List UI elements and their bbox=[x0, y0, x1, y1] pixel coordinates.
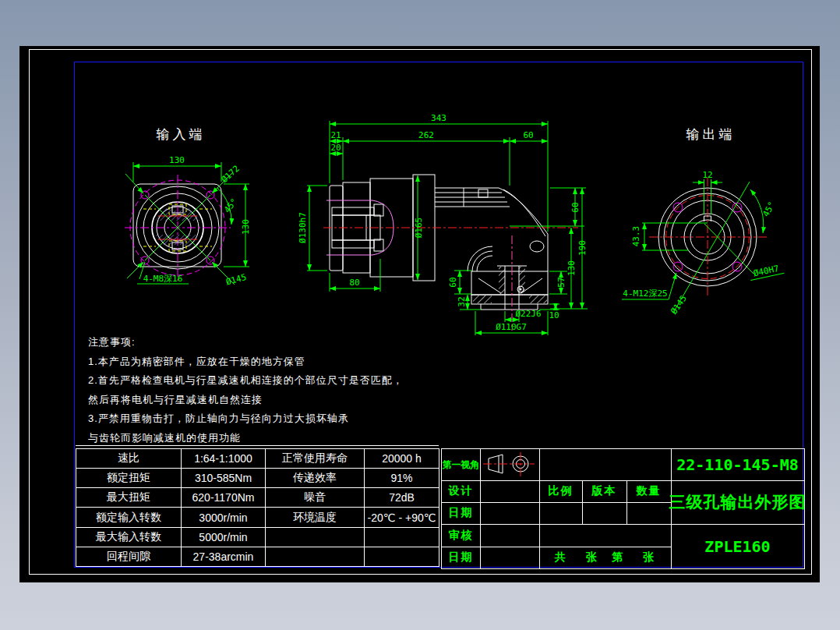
dim-57: 57 bbox=[556, 277, 566, 287]
spec-label: 速比 bbox=[76, 449, 182, 469]
version-label: 版本 bbox=[582, 480, 626, 502]
date-label-2: 日期 bbox=[442, 547, 480, 568]
notes-block: 注意事项: 1.本产品为精密部件，应放在干燥的地方保管 2.首先严格检查电机与行… bbox=[88, 333, 404, 448]
dim-input-flange-dia: Ø145 bbox=[225, 272, 248, 287]
dim-input-bolt-circle: Ø172 bbox=[219, 164, 241, 185]
dim-output-thread-holes: 4-M12深25 bbox=[623, 288, 667, 299]
spec-value bbox=[365, 547, 439, 566]
cad-app-window: { "window": { "canvas_color": "#000000",… bbox=[0, 0, 840, 630]
dim-output-angle: 45° bbox=[761, 200, 778, 219]
quantity-label: 数量 bbox=[626, 480, 671, 502]
spec-value: 5000r/min bbox=[182, 527, 266, 547]
dim-32: 32 bbox=[457, 296, 467, 306]
dim-keyway-width: 12 bbox=[702, 170, 712, 180]
dim-bore: Ø22J6 bbox=[515, 309, 541, 319]
note-line: 2.首先严格检查电机与行星减速机相连接的个部位尺寸是否匹配， bbox=[88, 371, 404, 391]
dim-output-bore: Ø40H7 bbox=[753, 264, 780, 279]
spec-label bbox=[266, 547, 365, 566]
spec-label bbox=[266, 527, 365, 547]
dim-input-height: 130 bbox=[241, 219, 251, 235]
sheets-label: 共 张 第 张 bbox=[539, 547, 671, 568]
spec-value: 3000r/min bbox=[182, 508, 266, 527]
dim-input-angle: 45° bbox=[222, 196, 239, 215]
dim-10: 10 bbox=[549, 310, 559, 320]
dim-input-thread-holes: 4-M8深16 bbox=[143, 274, 183, 284]
dim-keyway-depth: 43.3 bbox=[631, 226, 641, 247]
table-top-rule bbox=[76, 445, 439, 446]
spec-value: -20℃ - +90℃ bbox=[365, 508, 439, 527]
drawing-title: 三级孔输出外形图 bbox=[671, 480, 804, 524]
input-view-title: 输入端 bbox=[157, 127, 206, 142]
spec-value: 91% bbox=[365, 469, 439, 488]
table-row: 速比 1:64-1:1000 正常使用寿命 20000 h bbox=[76, 449, 439, 469]
dim-190: 190 bbox=[577, 240, 588, 256]
first-angle-label: 第一视角 bbox=[442, 449, 480, 480]
scale-label: 比例 bbox=[539, 480, 582, 502]
dim-130: 130 bbox=[566, 260, 577, 276]
spec-label: 额定扭矩 bbox=[76, 469, 182, 488]
spec-value: 20000 h bbox=[365, 449, 439, 469]
note-line: 1.本产品为精密部件，应放在干燥的地方保管 bbox=[88, 352, 404, 372]
input-end-view: 输入端 bbox=[125, 127, 251, 287]
spec-value bbox=[365, 527, 439, 547]
spec-label: 最大输入转数 bbox=[76, 527, 182, 547]
spec-value: 310-585Nm bbox=[182, 469, 266, 488]
note-line: 然后再将电机与行星减速机自然连接 bbox=[88, 391, 404, 410]
date-label-1: 日期 bbox=[442, 502, 480, 524]
output-view-title: 输出端 bbox=[686, 127, 736, 142]
model-number: ZPLE160 bbox=[671, 524, 804, 568]
table-row: 回程间隙 27-38arcmin bbox=[76, 547, 439, 566]
spec-label: 最大扭矩 bbox=[76, 488, 182, 508]
design-label: 设计 bbox=[442, 480, 480, 502]
spec-label: 回程间隙 bbox=[76, 547, 182, 566]
dim-output-bolt-dia: Ø145 bbox=[669, 293, 689, 316]
spec-label: 额定输入转数 bbox=[76, 508, 182, 527]
spec-table: 速比 1:64-1:1000 正常使用寿命 20000 h 额定扭矩 310-5… bbox=[76, 448, 439, 567]
dim-21: 21 bbox=[330, 130, 341, 140]
note-line: 3.严禁用重物击打，防止轴向力与径向力过大损坏轴承 bbox=[88, 409, 404, 429]
check-label: 审核 bbox=[442, 524, 480, 547]
table-row: 额定扭矩 310-585Nm 传递效率 91% bbox=[76, 469, 439, 488]
dim-spigot: Ø110G7 bbox=[496, 322, 527, 332]
dim-60-axis: 60 bbox=[570, 202, 581, 212]
notes-title: 注意事项: bbox=[88, 333, 404, 352]
dim-input-width: 130 bbox=[169, 155, 185, 165]
spec-value: 27-38arcmin bbox=[182, 547, 266, 566]
output-end-view: 输出端 12 43.3 45° Ø40H7 4-M12深25 bbox=[622, 127, 784, 317]
title-block: 第一视角 设计 日期 审核 日期 比例 版本 数量 共 张 第 张 22-110… bbox=[441, 448, 805, 569]
dim-80: 80 bbox=[349, 278, 359, 288]
spec-label: 传递效率 bbox=[266, 469, 365, 488]
spec-value: 1:64-1:1000 bbox=[182, 449, 266, 469]
section-view: 343 21 262 60 20 Ø130h7 Ø165 80 60 130 1… bbox=[298, 113, 588, 335]
dim-262: 262 bbox=[418, 130, 434, 140]
table-row: 最大扭矩 620-1170Nm 噪音 72dB bbox=[76, 488, 439, 508]
spec-label: 环境温度 bbox=[266, 508, 365, 527]
part-number: 22-110-145-M8 bbox=[671, 449, 804, 480]
spec-label: 正常使用寿命 bbox=[266, 449, 365, 469]
dim-flange-dia: Ø165 bbox=[414, 218, 424, 239]
dim-60-top: 60 bbox=[523, 130, 533, 140]
spec-value: 620-1170Nm bbox=[182, 488, 266, 508]
spec-value: 72dB bbox=[365, 488, 439, 508]
dim-total-length: 343 bbox=[431, 113, 446, 123]
spec-label: 噪音 bbox=[266, 488, 365, 508]
dim-pilot-dia: Ø130h7 bbox=[298, 212, 308, 243]
dim-60-flange: 60 bbox=[448, 277, 458, 287]
table-row: 最大输入转数 5000r/min bbox=[76, 527, 439, 547]
dim-20: 20 bbox=[330, 143, 341, 153]
table-row: 额定输入转数 3000r/min 环境温度 -20℃ - +90℃ bbox=[76, 508, 439, 527]
